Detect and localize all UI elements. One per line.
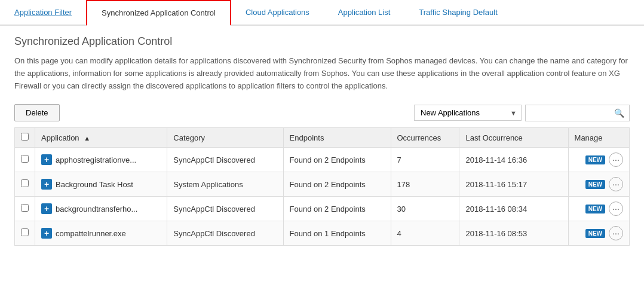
col-label-occurrences: Occurrences [397,133,441,142]
search-button[interactable]: 🔍 [609,105,629,121]
table-row: +compattelrunner.exeSyncAppCtl Discovere… [15,221,630,246]
new-badge: NEW [585,180,605,189]
row-category-cell: SyncAppCtl Discovered [167,148,283,172]
tab-cloud-apps[interactable]: Cloud Applications [231,0,324,25]
table-row: +apphostregistrationve...SyncAppCtl Disc… [15,148,630,172]
col-header-application[interactable]: Application ▲ [35,128,167,148]
row-app-cell: +backgroundtransferho... [35,197,167,221]
sort-arrow-icon: ▲ [84,135,90,142]
more-options-button[interactable]: ··· [609,152,623,167]
col-header-occurrences: Occurrences [391,128,459,148]
tab-app-filter[interactable]: Application Filter [0,0,86,25]
col-label-last-occurrence: Last Occurrence [465,133,522,142]
col-label-manage: Manage [575,133,603,142]
filter-select-wrap: New ApplicationsAll ApplicationsDiscover… [414,105,522,121]
row-last-occurrence-cell: 2018-11-16 08:34 [459,197,568,221]
row-endpoints-cell: Found on 2 Endpoints [283,197,391,221]
applications-table: Application ▲ Category Endpoints Occurre… [14,127,630,246]
app-name-label: Background Task Host [56,180,133,189]
row-category-cell: System Applications [167,172,283,197]
app-name-label: apphostregistrationve... [56,155,136,164]
row-occurrences-cell: 4 [391,221,459,246]
delete-button[interactable]: Delete [14,104,60,121]
app-plus-icon[interactable]: + [41,154,52,165]
row-occurrences-cell: 7 [391,148,459,172]
tab-traffic-shaping[interactable]: Traffic Shaping Default [404,0,512,25]
app-name-label: compattelrunner.exe [56,229,126,238]
row-manage-cell: NEW··· [568,221,629,246]
search-input[interactable] [526,105,609,120]
row-app-cell: +compattelrunner.exe [35,221,167,246]
page-title: Synchronized Application Control [14,35,630,48]
header-row: Application ▲ Category Endpoints Occurre… [15,128,630,148]
page-content: Synchronized Application Control On this… [0,26,644,255]
new-badge: NEW [585,155,605,164]
table-header: Application ▲ Category Endpoints Occurre… [15,128,630,148]
row-occurrences-cell: 30 [391,197,459,221]
row-checkbox-cell [15,148,35,172]
col-header-category: Category [167,128,283,148]
row-app-cell: +apphostregistrationve... [35,148,167,172]
row-checkbox[interactable] [21,155,29,163]
row-manage-cell: NEW··· [568,148,629,172]
col-header-last-occurrence: Last Occurrence [459,128,568,148]
app-plus-icon[interactable]: + [41,179,52,190]
more-options-button[interactable]: ··· [609,202,623,216]
row-manage-cell: NEW··· [568,197,629,221]
toolbar: Delete New ApplicationsAll ApplicationsD… [14,104,630,121]
row-endpoints-cell: Found on 2 Endpoints [283,172,391,197]
col-label-endpoints: Endpoints [290,133,324,142]
row-checkbox[interactable] [21,228,29,236]
app-plus-icon[interactable]: + [41,228,52,239]
row-endpoints-cell: Found on 1 Endpoints [283,221,391,246]
col-header-manage: Manage [568,128,629,148]
tab-sync-app-ctrl[interactable]: Synchronized Application Control [86,0,231,26]
row-app-cell: +Background Task Host [35,172,167,197]
row-endpoints-cell: Found on 2 Endpoints [283,148,391,172]
search-icon: 🔍 [614,108,624,118]
row-checkbox-cell [15,221,35,246]
tab-app-list[interactable]: Application List [324,0,404,25]
row-checkbox[interactable] [21,179,29,187]
row-category-cell: SyncAppCtl Discovered [167,221,283,246]
table-row: +Background Task HostSystem Applications… [15,172,630,197]
row-manage-cell: NEW··· [568,172,629,197]
new-badge: NEW [585,229,605,238]
table-row: +backgroundtransferho...SyncAppCtl Disco… [15,197,630,221]
app-name-label: backgroundtransferho... [56,205,137,213]
filter-select[interactable]: New ApplicationsAll ApplicationsDiscover… [414,105,522,121]
search-wrap: 🔍 [525,105,630,121]
row-checkbox-cell [15,197,35,221]
row-last-occurrence-cell: 2018-11-16 08:53 [459,221,568,246]
tab-bar: Application FilterSynchronized Applicati… [0,0,644,26]
col-label-category: Category [173,133,205,142]
col-header-check [15,128,35,148]
row-last-occurrence-cell: 2018-11-16 15:17 [459,172,568,197]
app-plus-icon[interactable]: + [41,203,52,214]
row-checkbox-cell [15,172,35,197]
col-label-application: Application [41,133,79,142]
col-header-endpoints: Endpoints [283,128,391,148]
row-checkbox[interactable] [21,204,29,212]
more-options-button[interactable]: ··· [609,226,623,240]
new-badge: NEW [585,205,605,213]
row-occurrences-cell: 178 [391,172,459,197]
table-body: +apphostregistrationve...SyncAppCtl Disc… [15,148,630,246]
row-last-occurrence-cell: 2018-11-14 16:36 [459,148,568,172]
row-category-cell: SyncAppCtl Discovered [167,197,283,221]
select-all-checkbox[interactable] [21,133,29,141]
more-options-button[interactable]: ··· [609,177,623,191]
page-description: On this page you can modify application … [14,55,630,92]
toolbar-right: New ApplicationsAll ApplicationsDiscover… [414,105,630,121]
